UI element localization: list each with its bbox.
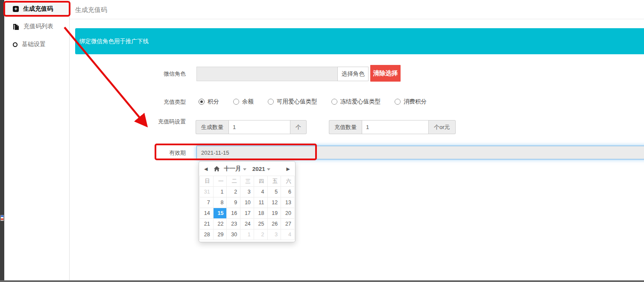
radio-option-label: 消费积分	[404, 98, 427, 106]
strip-bookmark-icon[interactable]	[0, 215, 4, 221]
day-of-week-header: 六	[281, 176, 295, 187]
day-cell[interactable]: 4	[254, 187, 267, 197]
day-cell[interactable]: 23	[227, 219, 240, 229]
radio-option-1[interactable]: 积分	[199, 98, 219, 106]
month-caret-icon	[243, 168, 246, 170]
code-settings-label: 充值码设置	[134, 118, 186, 126]
generate-qty-suffix: 个	[290, 120, 307, 134]
radio-option-label: 余额	[242, 98, 254, 106]
datepicker-grid: 日一二三四五六311234567891011121314151617181920…	[199, 176, 295, 240]
radio-unchecked-icon[interactable]	[233, 99, 239, 105]
radio-option-label: 冻结爱心值类型	[340, 98, 381, 106]
generate-qty-addon: 生成数量	[196, 120, 228, 134]
wechat-role-label: 微信角色	[134, 70, 186, 78]
next-month-icon[interactable]: ▶	[287, 166, 290, 172]
generate-qty-group: 生成数量 个	[196, 120, 307, 134]
banner-text: 绑定微信角色用于推广下线	[79, 38, 149, 45]
validity-date-input[interactable]	[196, 146, 644, 159]
sidebar-item-1[interactable]: +生成充值码	[4, 1, 70, 17]
day-cell[interactable]: 24	[240, 219, 254, 229]
radio-checked-icon[interactable]	[199, 99, 205, 105]
radio-unchecked-icon[interactable]	[395, 99, 401, 105]
day-cell[interactable]: 28	[200, 229, 214, 240]
radio-unchecked-icon[interactable]	[268, 99, 274, 105]
recharge-qty-suffix: 个or元	[429, 120, 456, 134]
day-cell[interactable]: 30	[227, 229, 240, 240]
day-cell[interactable]: 11	[254, 197, 267, 208]
day-cell[interactable]: 21	[200, 219, 214, 229]
clear-selection-button[interactable]: 清除选择	[370, 65, 401, 82]
wechat-role-group: 选择角色	[196, 67, 369, 81]
page: +生成充值码充值码列表基础设置 生成充值码 绑定微信角色用于推广下线 微信角色 …	[0, 0, 644, 282]
plus-square-icon: +	[13, 6, 19, 12]
day-cell[interactable]: 5	[267, 187, 281, 197]
day-cell[interactable]: 1	[213, 187, 227, 197]
datepicker: ◀ 十一月 2021 ▶ 日一二三四五六311234567891011121	[199, 161, 296, 242]
day-cell[interactable]: 18	[254, 208, 267, 219]
radio-option-2[interactable]: 余额	[233, 98, 254, 106]
main-content: 生成充值码 绑定微信角色用于推广下线 微信角色 选择角色 清除选择 充值类型 积…	[70, 0, 644, 280]
recharge-qty-addon: 充值数量	[329, 120, 362, 134]
day-cell[interactable]: 4	[281, 229, 295, 240]
sidebar: +生成充值码充值码列表基础设置	[4, 0, 70, 280]
select-role-button[interactable]: 选择角色	[337, 67, 369, 81]
day-of-week-header: 四	[254, 176, 267, 187]
recharge-qty-group: 充值数量 个or元	[329, 120, 456, 134]
day-of-week-header: 一	[213, 176, 227, 187]
day-cell[interactable]: 8	[213, 197, 227, 208]
day-cell-selected[interactable]: 15	[213, 208, 227, 219]
month-label: 十一月	[224, 165, 241, 173]
day-of-week-header: 日	[200, 176, 214, 187]
year-select[interactable]: 2021	[252, 166, 270, 172]
day-cell[interactable]: 2	[227, 187, 240, 197]
radio-option-5[interactable]: 消费积分	[395, 98, 427, 106]
day-cell[interactable]: 27	[281, 219, 295, 229]
generate-qty-input[interactable]	[228, 120, 290, 134]
sidebar-item-label: 基础设置	[22, 41, 46, 48]
day-cell[interactable]: 26	[267, 219, 281, 229]
prev-month-icon[interactable]: ◀	[204, 166, 208, 172]
page-title: 生成充值码	[75, 6, 107, 14]
day-cell[interactable]: 6	[281, 187, 295, 197]
month-select[interactable]: 十一月	[224, 165, 246, 173]
day-cell[interactable]: 20	[281, 208, 295, 219]
day-cell[interactable]: 22	[213, 219, 227, 229]
day-cell[interactable]: 1	[240, 229, 254, 240]
window-bottom-border	[0, 280, 644, 282]
day-cell[interactable]: 19	[267, 208, 281, 219]
day-cell[interactable]: 7	[200, 197, 214, 208]
day-cell[interactable]: 16	[227, 208, 240, 219]
day-cell[interactable]: 3	[267, 229, 281, 240]
day-cell[interactable]: 3	[240, 187, 254, 197]
year-label: 2021	[252, 166, 265, 172]
day-cell[interactable]: 10	[240, 197, 254, 208]
sidebar-item-label: 生成充值码	[23, 5, 53, 13]
banner: 绑定微信角色用于推广下线	[75, 28, 644, 54]
copy-icon	[13, 24, 19, 30]
day-cell[interactable]: 12	[267, 197, 281, 208]
day-cell[interactable]: 17	[240, 208, 254, 219]
day-cell[interactable]: 31	[200, 187, 214, 197]
sidebar-item-2[interactable]: 充值码列表	[4, 19, 70, 34]
wechat-role-input[interactable]	[196, 67, 337, 81]
datepicker-header: ◀ 十一月 2021 ▶	[199, 163, 295, 175]
sidebar-item-3[interactable]: 基础设置	[4, 37, 70, 52]
recharge-qty-input[interactable]	[362, 120, 429, 134]
circle-icon	[13, 42, 18, 47]
sidebar-item-label: 充值码列表	[23, 23, 53, 30]
radio-option-label: 积分	[208, 98, 219, 106]
day-cell[interactable]: 9	[227, 197, 240, 208]
radio-option-3[interactable]: 可用爱心值类型	[268, 98, 317, 106]
day-of-week-header: 五	[267, 176, 281, 187]
day-cell[interactable]: 13	[281, 197, 295, 208]
day-of-week-header: 三	[240, 176, 254, 187]
radio-option-4[interactable]: 冻结爱心值类型	[331, 98, 381, 106]
home-icon[interactable]	[214, 166, 220, 172]
day-cell[interactable]: 14	[200, 208, 214, 219]
recharge-type-label: 充值类型	[134, 98, 186, 106]
day-cell[interactable]: 25	[254, 219, 267, 229]
browser-edge-strip	[0, 0, 4, 282]
day-cell[interactable]: 29	[213, 229, 227, 240]
radio-unchecked-icon[interactable]	[331, 99, 337, 105]
day-cell[interactable]: 2	[254, 229, 267, 240]
